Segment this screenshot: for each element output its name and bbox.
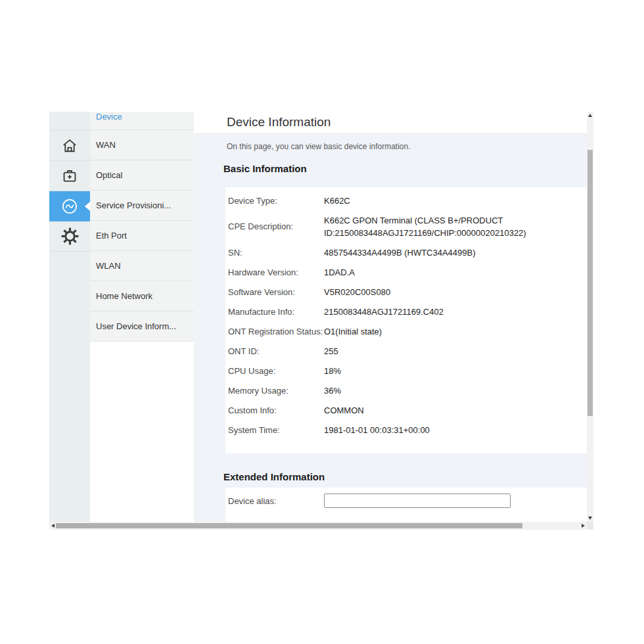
- page-title: Device Information: [227, 115, 331, 129]
- device-alias-row: Device alias:: [225, 488, 587, 508]
- submenu-item-label: Eth Port: [96, 231, 127, 241]
- router-admin-window: Device WAN Optical Service Provisioni...…: [49, 112, 593, 530]
- info-row-value: K662C GPON Terminal (CLASS B+/PRODUCT ID…: [324, 214, 586, 239]
- info-row-label: SN:: [225, 246, 324, 259]
- scroll-right-arrow-icon[interactable]: [582, 524, 585, 528]
- info-row: ONT ID: 255: [225, 341, 587, 361]
- submenu-item[interactable]: User Device Inform...: [90, 311, 194, 342]
- info-row: Memory Usage: 36%: [225, 380, 587, 400]
- submenu-item[interactable]: Device: [90, 112, 194, 130]
- device-alias-label: Device alias:: [225, 495, 324, 507]
- submenu-item-label: User Device Inform...: [96, 321, 176, 331]
- scrollbar-corner: [587, 522, 593, 530]
- submenu-item-label: WLAN: [96, 261, 121, 271]
- info-row-label: Device Type:: [225, 195, 324, 207]
- info-row-value: 2150083448AGJ1721169.C402: [324, 306, 444, 318]
- home-icon: [61, 137, 78, 154]
- icon-sidebar: [49, 112, 90, 522]
- info-row-value: 1981-01-01 00:03:31+00:00: [324, 424, 430, 436]
- info-row-label: Software Version:: [225, 286, 324, 298]
- info-row-value: O1(Initial state): [324, 325, 382, 338]
- info-row-value: 1DAD.A: [324, 266, 355, 279]
- submenu-item-label: Service Provisioni...: [96, 200, 171, 210]
- selected-notch: [85, 202, 90, 211]
- icon-sidebar-spacer: [49, 112, 90, 131]
- info-row-label: System Time:: [225, 424, 324, 436]
- submenu-item-label: Device: [96, 112, 122, 122]
- info-row: ONT Registration Status: O1(Initial stat…: [225, 321, 587, 341]
- info-row: Hardware Version: 1DAD.A: [225, 262, 587, 282]
- submenu-item-label: Home Network: [96, 291, 152, 301]
- submenu-item[interactable]: Home Network: [90, 281, 194, 311]
- horizontal-scrollbar-thumb[interactable]: [56, 523, 522, 528]
- submenu-panel: Device WAN Optical Service Provisioni...…: [90, 112, 194, 522]
- info-row-label: Custom Info:: [225, 404, 324, 417]
- info-row: CPE Description: K662C GPON Terminal (CL…: [225, 210, 587, 242]
- service-wave-icon: [60, 197, 79, 216]
- info-row-value: 255: [324, 345, 338, 357]
- extended-information-card: Device alias:: [225, 488, 587, 522]
- info-row: Custom Info: COMMON: [225, 400, 587, 420]
- submenu-item-label: Optical: [96, 170, 122, 180]
- submenu-item[interactable]: Optical: [90, 160, 194, 191]
- info-row: System Time: 1981-01-01 00:03:31+00:00: [225, 420, 587, 440]
- info-row-value: 4857544334A4499B (HWTC34A4499B): [324, 246, 476, 259]
- main-content: Device Information On this page, you can…: [194, 112, 587, 522]
- info-row: Device Type: K662C: [225, 191, 587, 210]
- info-row-value: 36%: [324, 384, 341, 397]
- info-row-label: ONT ID:: [225, 345, 324, 357]
- submenu-item[interactable]: Eth Port: [90, 221, 194, 251]
- info-row: SN: 4857544334A4499B (HWTC34A4499B): [225, 242, 587, 262]
- vertical-scrollbar[interactable]: [587, 112, 593, 522]
- submenu-item[interactable]: WAN: [90, 130, 194, 160]
- gear-icon: [61, 227, 79, 245]
- submenu-item[interactable]: WLAN: [90, 251, 194, 281]
- info-row-value: K662C: [324, 195, 350, 207]
- horizontal-scrollbar[interactable]: [49, 522, 587, 530]
- scroll-left-arrow-icon[interactable]: [51, 524, 55, 528]
- info-row-value: COMMON: [324, 404, 364, 417]
- info-row-label: Memory Usage:: [225, 384, 324, 397]
- sidebar-item-settings[interactable]: [49, 221, 90, 252]
- info-row-label: Manufacture Info:: [225, 306, 324, 318]
- toolbox-icon: [61, 168, 78, 185]
- info-row-label: Hardware Version:: [225, 266, 324, 279]
- screenshot-canvas: Device WAN Optical Service Provisioni...…: [0, 0, 644, 644]
- sidebar-item-home[interactable]: [49, 131, 90, 161]
- sidebar-item-services[interactable]: [49, 161, 90, 191]
- basic-information-heading: Basic Information: [223, 163, 307, 174]
- info-row-value: V5R020C00S080: [324, 286, 390, 298]
- info-row: CPU Usage: 18%: [225, 361, 587, 380]
- sidebar-item-monitoring-selected[interactable]: [49, 191, 90, 221]
- info-row: Software Version: V5R020C00S080: [225, 282, 587, 302]
- scroll-down-arrow-icon[interactable]: [588, 517, 592, 520]
- extended-information-heading: Extended Information: [223, 471, 325, 482]
- submenu-item[interactable]: Service Provisioni...: [90, 191, 194, 221]
- info-row-label: ONT Registration Status:: [225, 325, 324, 338]
- page-description: On this page, you can view basic device …: [227, 142, 410, 151]
- info-row-label: CPE Description:: [225, 220, 324, 233]
- device-alias-input[interactable]: [324, 494, 511, 508]
- info-row-label: CPU Usage:: [225, 365, 324, 377]
- vertical-scrollbar-thumb[interactable]: [587, 150, 593, 416]
- info-row: Manufacture Info: 2150083448AGJ1721169.C…: [225, 302, 587, 321]
- submenu-item-label: WAN: [96, 140, 116, 150]
- scroll-up-arrow-icon[interactable]: [588, 114, 592, 117]
- basic-information-card: Device Type: K662C CPE Description: K662…: [225, 187, 587, 453]
- info-row-value: 18%: [324, 365, 341, 377]
